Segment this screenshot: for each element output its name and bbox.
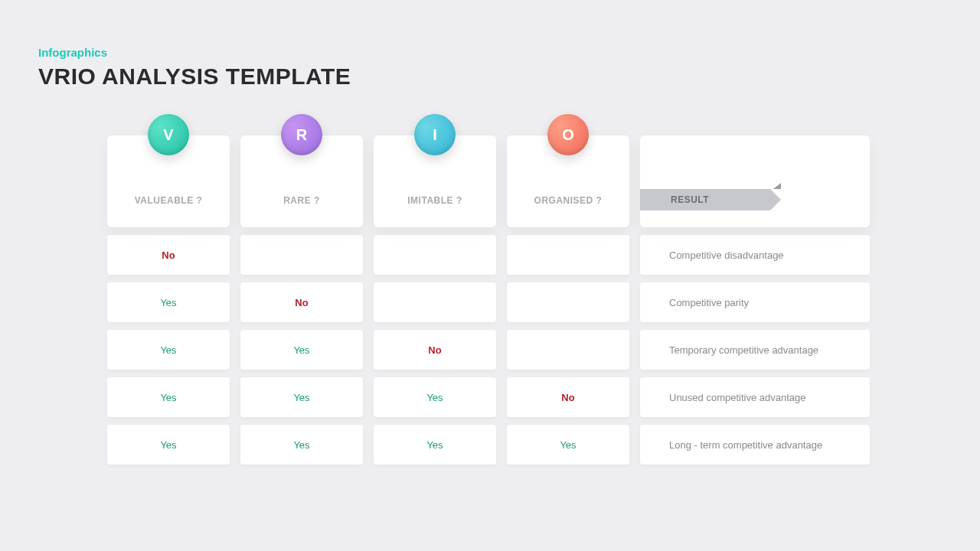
cell-v: Yes bbox=[107, 330, 230, 370]
cell-o: No bbox=[507, 377, 629, 417]
column-header-imitable: I IMITABLE ? bbox=[374, 135, 496, 227]
cell-v: Yes bbox=[107, 282, 230, 322]
cell-r: No bbox=[240, 282, 363, 322]
cell-r bbox=[240, 235, 363, 275]
cell-v: No bbox=[107, 235, 230, 275]
badge-v-icon: V bbox=[148, 114, 189, 155]
column-header-rare: R RARE ? bbox=[240, 135, 363, 227]
cell-o bbox=[507, 282, 629, 322]
ribbon-fold-icon bbox=[773, 183, 781, 189]
cell-i: Yes bbox=[374, 425, 496, 465]
page-title: VRIO ANALYSIS TEMPLATE bbox=[38, 64, 942, 90]
cell-result: Competitive disadvantage bbox=[640, 235, 870, 275]
badge-i-icon: I bbox=[414, 114, 456, 155]
column-label-imitable: IMITABLE ? bbox=[407, 195, 462, 206]
column-header-result: RESULT bbox=[640, 135, 870, 227]
result-label: RESULT bbox=[671, 194, 709, 205]
column-header-valuable: V VALUEABLE ? bbox=[107, 135, 230, 227]
cell-i bbox=[374, 282, 496, 322]
column-label-valuable: VALUEABLE ? bbox=[135, 195, 203, 206]
cell-result: Temporary competitive advantage bbox=[640, 330, 870, 370]
column-label-organised: ORGANISED ? bbox=[534, 195, 603, 206]
cell-result: Competitive parity bbox=[640, 282, 870, 322]
vrio-grid: V VALUEABLE ? R RARE ? I IMITABLE ? O OR… bbox=[38, 135, 942, 465]
cell-i bbox=[374, 235, 496, 275]
column-header-organised: O ORGANISED ? bbox=[507, 135, 629, 227]
cell-o: Yes bbox=[507, 425, 629, 465]
column-label-rare: RARE ? bbox=[283, 195, 320, 206]
page-subtitle: Infographics bbox=[38, 46, 942, 59]
cell-i: No bbox=[374, 330, 496, 370]
cell-o bbox=[507, 330, 629, 370]
cell-v: Yes bbox=[107, 425, 230, 465]
cell-i: Yes bbox=[374, 377, 496, 417]
cell-r: Yes bbox=[240, 425, 363, 465]
badge-r-icon: R bbox=[281, 114, 322, 155]
cell-result: Unused competitive advantage bbox=[640, 377, 870, 417]
result-ribbon: RESULT bbox=[640, 189, 770, 210]
cell-o bbox=[507, 235, 629, 275]
badge-o-icon: O bbox=[547, 114, 589, 155]
cell-v: Yes bbox=[107, 377, 230, 417]
cell-r: Yes bbox=[240, 330, 363, 370]
cell-result: Long - term competitive advantage bbox=[640, 425, 870, 465]
cell-r: Yes bbox=[240, 377, 363, 417]
